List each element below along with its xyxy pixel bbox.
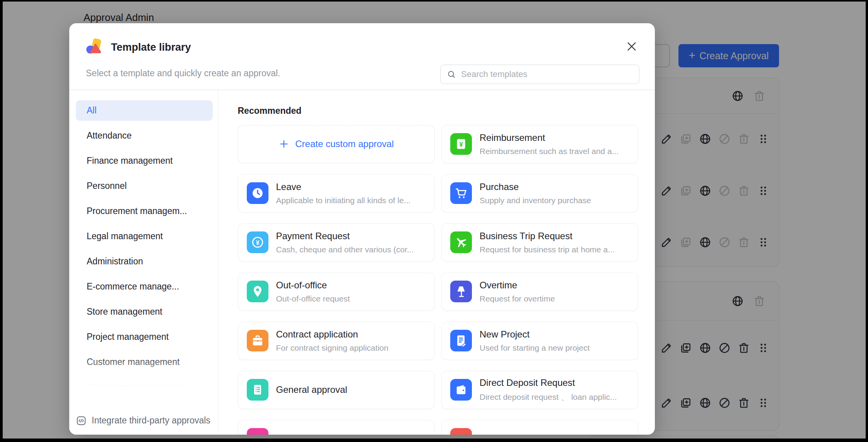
sidebar-item-procurement-managem[interactable]: Procurement managem...	[76, 201, 213, 221]
card-title: New Project	[480, 329, 590, 340]
card-title: Payment Request	[276, 231, 414, 242]
template-card-new-project[interactable]: New ProjectUsed for starting a new proje…	[441, 322, 638, 360]
card-desc: Request for business trip at home a...	[480, 245, 615, 254]
card-text: Out-of-officeOut-of-office request	[276, 280, 350, 303]
template-card-purchase[interactable]: PurchaseSupply and inventory purchase	[441, 174, 638, 212]
template-card-reimbursement[interactable]: ¥ReimbursementReimbursement such as trav…	[441, 125, 638, 163]
person-out-icon	[450, 428, 472, 435]
svg-text:¥: ¥	[256, 239, 260, 246]
template-search[interactable]	[440, 65, 639, 84]
create-custom-approval-card[interactable]: Create custom approval	[238, 125, 435, 163]
card-desc: Direct deposit request 、 loan applic...	[480, 392, 617, 403]
sidebar-item-personnel[interactable]: Personnel	[76, 176, 213, 196]
integrate-link-label: Integrate third-party approvals	[92, 414, 210, 427]
plus-icon	[279, 139, 289, 149]
svg-text:¥: ¥	[459, 140, 463, 148]
card-title: Business Trip Request	[480, 231, 615, 242]
template-card-direct-deposit-request[interactable]: Direct Deposit RequestDirect deposit req…	[441, 371, 638, 409]
briefcase-icon	[247, 330, 268, 351]
sidebar: AllAttendanceFinance managementPersonnel…	[69, 90, 219, 435]
card-text: Employee Entry	[276, 433, 342, 435]
card-text: OvertimeRequest for overtime	[480, 280, 555, 303]
sidebar-item-finance-management[interactable]: Finance management	[76, 151, 213, 171]
clipboard-icon	[247, 379, 268, 401]
card-text: PurchaseSupply and inventory purchase	[480, 182, 591, 205]
card-desc: Used for starting a new project	[480, 343, 590, 353]
sidebar-item-attendance[interactable]: Attendance	[76, 125, 213, 146]
card-desc: Request for overtime	[480, 294, 555, 303]
sidebar-item-administration[interactable]: Administration	[76, 251, 213, 272]
card-text: Payment RequestCash, cheque and other va…	[276, 231, 414, 254]
template-card-business-trip-request[interactable]: Business Trip RequestRequest for busines…	[441, 223, 638, 262]
template-card-resignation-form[interactable]: Resignation Form	[441, 420, 638, 435]
recommended-heading: Recommended	[238, 106, 639, 116]
template-card-out-of-office[interactable]: Out-of-officeOut-of-office request	[238, 272, 435, 311]
card-title: Contract application	[276, 329, 389, 340]
card-text: Business Trip RequestRequest for busines…	[480, 231, 615, 254]
card-title: Reimbursement	[480, 132, 619, 143]
modal-subtitle: Select a template and quickly create an …	[86, 68, 280, 79]
template-card-general-approval[interactable]: General approval	[238, 371, 435, 409]
card-desc: Out-of-office request	[276, 294, 350, 303]
integrate-third-party-link[interactable]: Integrate third-party approvals	[76, 414, 215, 427]
lamp-icon	[450, 281, 472, 302]
pin-icon	[247, 281, 268, 302]
template-library-logo-icon	[85, 38, 103, 56]
clock-icon	[247, 182, 268, 204]
card-title: Overtime	[480, 280, 555, 291]
template-library-modal: Template library Select a template and q…	[69, 23, 655, 435]
card-text: ReimbursementReimbursement such as trave…	[480, 132, 619, 156]
wallet-icon	[450, 379, 472, 401]
code-badge-icon	[76, 415, 87, 426]
card-desc: For contract signing application	[276, 343, 389, 353]
card-desc: Applicable to initiating all kinds of le…	[276, 196, 411, 205]
search-icon	[447, 70, 456, 79]
sidebar-category-list: AllAttendanceFinance managementPersonnel…	[76, 100, 213, 397]
card-title: Employee Entry	[276, 433, 342, 435]
template-card-payment-request[interactable]: ¥Payment RequestCash, cheque and other v…	[238, 223, 435, 262]
template-content: Recommended Create custom approval¥Reimb…	[219, 90, 655, 435]
person-icon	[247, 428, 268, 435]
sidebar-item-e-commerce-manage[interactable]: E-commerce manage...	[76, 276, 213, 297]
yen-circle-icon: ¥	[247, 231, 268, 253]
sidebar-item-customer-management[interactable]: Customer management	[76, 352, 213, 372]
card-title: Leave	[276, 182, 411, 192]
sidebar-item-legal-management[interactable]: Legal management	[76, 226, 213, 247]
template-grid: Create custom approval¥ReimbursementReim…	[238, 125, 639, 435]
yen-card-icon: ¥	[450, 133, 472, 155]
card-title: Out-of-office	[276, 280, 350, 291]
doc-pencil-icon	[450, 330, 472, 351]
sidebar-item-store-management[interactable]: Store management	[76, 302, 213, 322]
card-title: Direct Deposit Request	[480, 377, 617, 388]
sidebar-item-all[interactable]: All	[76, 100, 213, 121]
card-desc: Reimbursement such as travel and a...	[480, 147, 619, 156]
sidebar-item-project-management[interactable]: Project management	[76, 327, 213, 347]
plane-icon	[450, 231, 472, 253]
template-card-leave[interactable]: LeaveApplicable to initiating all kinds …	[238, 174, 435, 212]
template-card-overtime[interactable]: OvertimeRequest for overtime	[441, 272, 638, 311]
template-card-contract-application[interactable]: Contract applicationFor contract signing…	[238, 322, 435, 360]
card-title: General approval	[276, 384, 347, 395]
card-text: Resignation Form	[480, 433, 553, 435]
create-custom-label: Create custom approval	[295, 139, 394, 149]
card-text: General approval	[276, 384, 347, 395]
sidebar-item-production-management[interactable]: Production management	[76, 377, 213, 397]
close-icon[interactable]	[625, 40, 638, 53]
modal-title: Template library	[111, 41, 191, 53]
card-desc: Cash, cheque and other various (cor...	[276, 245, 414, 254]
card-text: LeaveApplicable to initiating all kinds …	[276, 182, 411, 205]
card-text: New ProjectUsed for starting a new proje…	[480, 329, 590, 353]
cart-icon	[450, 182, 472, 204]
card-desc: Supply and inventory purchase	[480, 196, 591, 205]
card-title: Purchase	[480, 182, 591, 192]
card-text: Direct Deposit RequestDirect deposit req…	[480, 377, 617, 403]
template-search-input[interactable]	[460, 69, 633, 80]
card-text: Contract applicationFor contract signing…	[276, 329, 389, 353]
card-title: Resignation Form	[480, 433, 553, 435]
template-card-employee-entry[interactable]: Employee Entry	[238, 420, 435, 435]
